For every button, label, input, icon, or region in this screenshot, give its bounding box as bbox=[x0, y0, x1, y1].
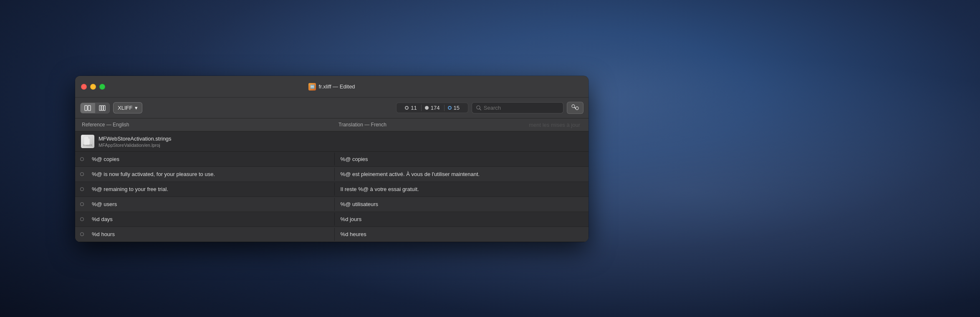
file-type-icon: 🔤 bbox=[308, 83, 316, 91]
table-row[interactable]: %d hours %d heures bbox=[75, 227, 589, 242]
svg-rect-1 bbox=[88, 106, 91, 111]
column-headers: Reference — English Translation — French… bbox=[75, 118, 589, 131]
double-panel-button[interactable] bbox=[95, 103, 109, 113]
translation-column-header: Translation — French bbox=[332, 118, 589, 131]
search-box bbox=[472, 102, 563, 113]
cell-translation: %@ utilisateurs bbox=[335, 198, 589, 211]
svg-rect-0 bbox=[85, 106, 87, 111]
cell-reference: %@ is now fully activated, for your plea… bbox=[86, 168, 335, 181]
row-status-dot-icon bbox=[80, 202, 84, 206]
cell-translation: %d jours bbox=[335, 213, 589, 226]
file-row: MFWebStoreActivation.strings MFAppStoreV… bbox=[75, 131, 589, 152]
eq-count: 15 bbox=[454, 105, 460, 111]
cell-translation: Il reste %@ à votre essai gratuit. bbox=[335, 183, 589, 196]
view-mode-group bbox=[80, 103, 110, 113]
table-row[interactable]: %@ is now fully activated, for your plea… bbox=[75, 167, 589, 182]
file-info: MFWebStoreActivation.strings MFAppStoreV… bbox=[99, 136, 172, 148]
svg-rect-4 bbox=[104, 106, 105, 111]
row-indicator bbox=[75, 157, 86, 161]
eq-stat: 15 bbox=[444, 105, 463, 111]
row-indicator bbox=[75, 217, 86, 221]
maximize-button[interactable] bbox=[99, 84, 105, 90]
toolbar: XLIFF ▾ 11 174 15 bbox=[75, 98, 589, 118]
window-title-text: fr.xliff — Edited bbox=[318, 83, 355, 90]
traffic-lights bbox=[81, 84, 105, 90]
row-status-dot-icon bbox=[80, 172, 84, 176]
search-magnifier-icon bbox=[476, 105, 481, 111]
empty-count: 11 bbox=[411, 105, 417, 111]
svg-point-9 bbox=[576, 107, 578, 110]
svg-line-6 bbox=[480, 109, 481, 110]
stats-group: 11 174 15 bbox=[396, 103, 468, 113]
table-row[interactable]: %@ remaining to your free trial. Il rest… bbox=[75, 182, 589, 197]
cell-reference: %@ remaining to your free trial. bbox=[86, 183, 335, 196]
table-row[interactable]: %@ users %@ utilisateurs bbox=[75, 197, 589, 212]
window-title: 🔤 fr.xliff — Edited bbox=[308, 83, 355, 91]
table-row[interactable]: %@ copies %@ copies bbox=[75, 152, 589, 167]
cell-reference: %d hours bbox=[86, 228, 335, 241]
table-row[interactable]: %d days %d jours bbox=[75, 212, 589, 227]
advanced-search-button[interactable] bbox=[567, 102, 583, 114]
single-panel-button[interactable] bbox=[81, 103, 95, 113]
file-path: MFAppStoreValidation/en.lproj bbox=[99, 143, 172, 148]
filled-stat: 174 bbox=[421, 105, 443, 111]
row-indicator bbox=[75, 172, 86, 176]
cell-reference: %@ users bbox=[86, 198, 335, 211]
dropdown-arrow-icon: ▾ bbox=[135, 105, 138, 111]
cell-translation: %@ est pleinement activé. À vous de l'ut… bbox=[335, 168, 589, 181]
filled-dot-icon bbox=[425, 106, 429, 110]
row-status-dot-icon bbox=[80, 187, 84, 191]
app-window: 🔤 fr.xliff — Edited XLIFF ▾ bbox=[75, 76, 589, 242]
svg-rect-2 bbox=[99, 106, 101, 111]
cell-reference: %@ copies bbox=[86, 153, 335, 166]
minimize-button[interactable] bbox=[90, 84, 96, 90]
file-icon bbox=[81, 135, 94, 148]
search-input[interactable] bbox=[484, 105, 559, 111]
cell-translation: %@ copies bbox=[335, 153, 589, 166]
cell-reference: %d days bbox=[86, 213, 335, 226]
cell-translation: %d heures bbox=[335, 228, 589, 241]
title-bar: 🔤 fr.xliff — Edited bbox=[75, 76, 589, 98]
row-status-dot-icon bbox=[80, 232, 84, 236]
file-name: MFWebStoreActivation.strings bbox=[99, 136, 172, 142]
svg-rect-3 bbox=[101, 106, 103, 111]
row-indicator bbox=[75, 202, 86, 206]
format-label: XLIFF bbox=[118, 105, 132, 111]
filled-count: 174 bbox=[431, 105, 440, 111]
reference-column-header: Reference — English bbox=[75, 118, 332, 131]
close-button[interactable] bbox=[81, 84, 87, 90]
empty-dot-icon bbox=[405, 106, 409, 110]
format-dropdown[interactable]: XLIFF ▾ bbox=[113, 102, 142, 113]
translations-list: %@ copies %@ copies %@ is now fully acti… bbox=[75, 152, 589, 242]
svg-point-7 bbox=[572, 105, 575, 108]
row-status-dot-icon bbox=[80, 157, 84, 161]
row-indicator bbox=[75, 187, 86, 191]
eq-dot-icon bbox=[448, 106, 452, 110]
row-indicator bbox=[75, 232, 86, 236]
empty-stat: 11 bbox=[402, 105, 420, 111]
row-status-dot-icon bbox=[80, 217, 84, 221]
